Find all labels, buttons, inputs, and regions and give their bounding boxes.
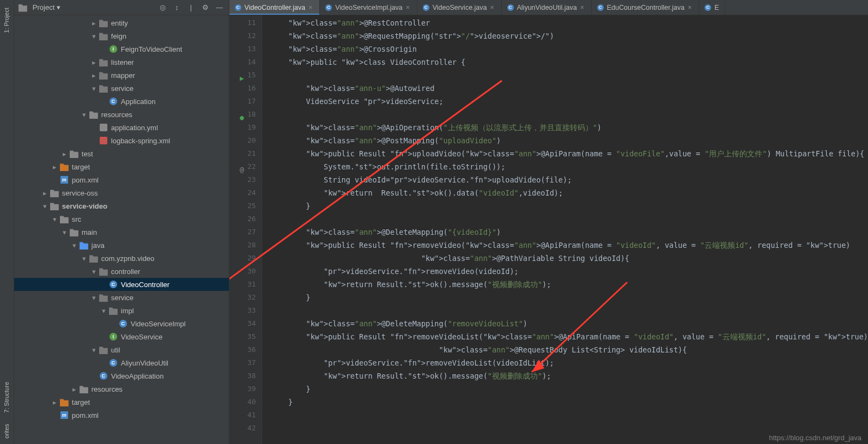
tree-twisty-icon[interactable]: ▾ — [81, 254, 88, 262]
tree-node[interactable]: ▾main — [14, 226, 229, 239]
tree-node[interactable]: ▾src — [14, 212, 229, 226]
tree-twisty-icon — [100, 281, 108, 288]
editor-tab[interactable]: CAliyunVideoUtil.java× — [502, 0, 592, 15]
expand-icon[interactable]: ↕ — [172, 3, 182, 13]
tree-node[interactable]: ▸service-oss — [14, 186, 229, 199]
close-tab-icon[interactable]: × — [406, 4, 411, 11]
class-icon: C — [423, 4, 429, 11]
tree-twisty-icon[interactable]: ▸ — [90, 19, 98, 27]
line-number: 16 — [247, 82, 256, 95]
tree-twisty-icon[interactable]: ▸ — [90, 71, 98, 79]
tree-twisty-icon[interactable]: ▾ — [41, 202, 49, 210]
tree-label: src — [72, 215, 81, 223]
hide-icon[interactable]: — — [215, 3, 224, 13]
tree-node[interactable]: ▾service — [14, 291, 229, 304]
tree-twisty-icon — [90, 137, 98, 144]
code-editor[interactable]: 11121314▶151617●18192021@222324252627282… — [229, 15, 868, 444]
tree-label: mapper — [111, 71, 135, 80]
rail-favorites[interactable]: orites — [3, 418, 10, 444]
tree-label: resources — [92, 385, 123, 393]
tree-node[interactable]: ▸mapper — [14, 69, 229, 82]
tree-twisty-icon[interactable]: ▸ — [51, 163, 59, 171]
tree-twisty-icon[interactable]: ▸ — [71, 385, 78, 393]
tree-twisty-icon[interactable]: ▾ — [61, 228, 69, 236]
tree-node[interactable]: ▾service-video — [14, 199, 229, 212]
tree-node[interactable]: mpom.xml — [14, 409, 229, 422]
tree-node[interactable]: ▸target — [14, 396, 229, 409]
tool-window-rail: 1: Project 7: Structure orites — [0, 0, 14, 444]
tree-node[interactable]: IVideoService — [14, 330, 229, 343]
line-number: 14 — [247, 56, 256, 69]
tree-label: pom.xml — [72, 411, 99, 419]
rail-project[interactable]: 1: Project — [3, 2, 10, 38]
tree-node[interactable]: ▾feign — [14, 29, 229, 42]
tree-twisty-icon[interactable]: ▸ — [90, 58, 98, 66]
tree-twisty-icon[interactable]: ▸ — [61, 150, 69, 157]
tree-node[interactable]: ▸resources — [14, 382, 229, 396]
tree-node[interactable]: CVideoApplication — [14, 369, 229, 382]
tree-twisty-icon[interactable]: ▾ — [90, 32, 98, 40]
tree-node[interactable]: logback-spring.xml — [14, 134, 229, 147]
line-number: 12 — [247, 29, 256, 42]
project-tree[interactable]: ▸entity▾feignIFeignToVideoClient▸listene… — [14, 15, 229, 444]
tree-label: FeignToVideoClient — [121, 45, 183, 53]
project-view-selector[interactable]: Project ▾ — [19, 3, 60, 12]
line-number: 20 — [247, 134, 256, 147]
close-tab-icon[interactable]: × — [308, 4, 314, 11]
gear-icon[interactable]: ⚙ — [201, 3, 210, 13]
tree-label: service — [111, 84, 133, 93]
tree-node[interactable]: ▸test — [14, 147, 229, 160]
tree-node[interactable]: CVideoController — [14, 278, 229, 291]
rail-structure[interactable]: 7: Structure — [3, 376, 10, 418]
tree-node[interactable]: ▾impl — [14, 304, 229, 317]
tree-node[interactable]: CApplication — [14, 95, 229, 108]
tree-node[interactable]: ▾resources — [14, 108, 229, 121]
tree-twisty-icon — [110, 320, 118, 327]
tree-twisty-icon[interactable]: ▾ — [81, 111, 88, 118]
package-icon — [99, 58, 108, 66]
tree-node[interactable]: ▾util — [14, 343, 229, 356]
tab-label: AliyunVideoUtil.java — [517, 4, 577, 11]
run-gutter-icon[interactable]: ▶ — [238, 72, 244, 78]
editor-tab[interactable]: CE — [699, 0, 725, 15]
tree-node[interactable]: IFeignToVideoClient — [14, 42, 229, 56]
maven-icon: m — [60, 176, 68, 184]
editor-tab[interactable]: CVideoController.java× — [229, 0, 320, 15]
tree-twisty-icon[interactable]: ▾ — [90, 267, 98, 275]
close-tab-icon[interactable]: × — [580, 4, 586, 11]
editor-tab[interactable]: CEduCourseController.java× — [592, 0, 699, 15]
tree-node[interactable]: ▾controller — [14, 265, 229, 278]
tree-twisty-icon[interactable]: ▾ — [90, 84, 98, 92]
folder-icon — [80, 385, 88, 393]
tree-node[interactable]: ▸target — [14, 160, 229, 173]
locate-icon[interactable]: ◎ — [158, 3, 168, 13]
editor-tab[interactable]: CVideoServiceImpl.java× — [320, 0, 417, 15]
tree-twisty-icon[interactable]: ▾ — [71, 241, 78, 249]
tree-node[interactable]: ▾service — [14, 82, 229, 95]
tree-node[interactable]: CVideoServiceImpl — [14, 317, 229, 330]
tree-twisty-icon[interactable]: ▾ — [90, 346, 98, 354]
tree-twisty-icon[interactable]: ▸ — [41, 189, 49, 197]
tree-twisty-icon[interactable]: ▾ — [51, 215, 59, 223]
tree-label: VideoController — [121, 281, 169, 289]
tree-twisty-icon[interactable]: ▾ — [100, 307, 108, 314]
line-number: 27 — [247, 226, 256, 239]
tree-node[interactable]: mpom.xml — [14, 173, 229, 186]
editor-tab[interactable]: CVideoService.java× — [417, 0, 502, 15]
close-tab-icon[interactable]: × — [688, 4, 693, 11]
tree-node[interactable]: ▸entity — [14, 16, 229, 29]
target-folder-icon — [60, 162, 69, 171]
tree-node[interactable]: ▾com.yzpnb.video — [14, 252, 229, 265]
tree-twisty-icon[interactable]: ▾ — [90, 294, 98, 301]
folder-icon — [50, 202, 59, 210]
tree-node[interactable]: ▾java — [14, 239, 229, 252]
tree-node[interactable]: application.yml — [14, 121, 229, 134]
tree-twisty-icon[interactable]: ▸ — [51, 398, 59, 406]
tree-node[interactable]: CAliyunVideoUtil — [14, 356, 229, 369]
tree-node[interactable]: ▸listener — [14, 56, 229, 69]
mapping-gutter-icon[interactable]: @ — [238, 163, 244, 170]
tree-twisty-icon — [51, 176, 59, 184]
bean-gutter-icon[interactable]: ● — [238, 111, 244, 118]
code-content[interactable]: "kw">class="ann">@RestController "kw">cl… — [262, 15, 868, 444]
close-tab-icon[interactable]: × — [490, 4, 496, 11]
